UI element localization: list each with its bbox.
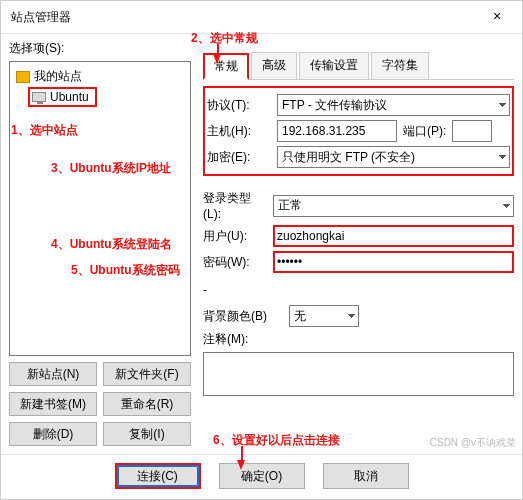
bgcolor-select[interactable] [289,305,359,327]
new-folder-button[interactable]: 新文件夹(F) [103,362,191,386]
left-pane: 选择项(S): 我的站点 Ubuntu 新站点(N) 新文件夹(F) 新建书签(… [1,34,199,454]
cancel-button[interactable]: 取消 [323,463,409,489]
comment-label: 注释(M): [203,331,267,348]
tree-root-label: 我的站点 [34,68,82,85]
window-title: 站点管理器 [11,9,71,26]
connect-button[interactable]: 连接(C) [115,463,201,489]
tab-general[interactable]: 常规 [203,53,249,80]
tab-transfer[interactable]: 传输设置 [299,52,369,79]
folder-icon [16,71,30,83]
host-label: 主机(H): [207,123,271,140]
bgcolor-label: 背景颜色(B) [203,308,283,325]
encryption-label: 加密(E): [207,149,271,166]
bottom-bar: 连接(C) 确定(O) 取消 [1,454,522,499]
tab-charset[interactable]: 字符集 [371,52,429,79]
form-area: 协议(T): 主机(H): 端口(P): 加密(E): [203,80,514,450]
select-entry-label: 选择项(S): [9,40,191,57]
user-input[interactable] [273,225,514,247]
port-input[interactable] [452,120,492,142]
new-bookmark-button[interactable]: 新建书签(M) [9,392,97,416]
left-buttons: 新站点(N) 新文件夹(F) 新建书签(M) 重命名(R) 删除(D) 复制(I… [9,362,191,446]
separator: - [203,283,209,297]
tab-advanced[interactable]: 高级 [251,52,297,79]
site-tree[interactable]: 我的站点 Ubuntu [9,61,191,356]
titlebar: 站点管理器 × [1,1,522,34]
site-manager-window: 站点管理器 × 选择项(S): 我的站点 Ubuntu 新站点(N) 新文件夹(… [0,0,523,500]
logon-type-label: 登录类型(L): [203,190,267,221]
new-site-button[interactable]: 新站点(N) [9,362,97,386]
ok-button[interactable]: 确定(O) [219,463,305,489]
host-input[interactable] [277,120,397,142]
protocol-select[interactable] [277,94,510,116]
port-label: 端口(P): [403,123,446,140]
tree-root[interactable]: 我的站点 [12,66,188,87]
watermark: CSDN @v不讷戏菜 [430,436,516,450]
tree-item-label: Ubuntu [50,90,89,104]
right-pane: 常规 高级 传输设置 字符集 协议(T): 主机(H): 端口(P): [199,34,522,454]
user-label: 用户(U): [203,228,267,245]
password-input[interactable] [273,251,514,273]
body: 选择项(S): 我的站点 Ubuntu 新站点(N) 新文件夹(F) 新建书签(… [1,34,522,454]
comment-textarea[interactable] [203,352,514,396]
tabs: 常规 高级 传输设置 字符集 [203,52,514,80]
server-icon [32,92,46,102]
password-label: 密码(W): [203,254,267,271]
protocol-group-box: 协议(T): 主机(H): 端口(P): 加密(E): [203,86,514,176]
delete-button[interactable]: 删除(D) [9,422,97,446]
encryption-select[interactable] [277,146,510,168]
logon-type-select[interactable] [273,195,514,217]
protocol-label: 协议(T): [207,97,271,114]
rename-button[interactable]: 重命名(R) [103,392,191,416]
copy-button[interactable]: 复制(I) [103,422,191,446]
tree-item-ubuntu[interactable]: Ubuntu [28,87,97,107]
close-icon[interactable]: × [482,7,512,27]
